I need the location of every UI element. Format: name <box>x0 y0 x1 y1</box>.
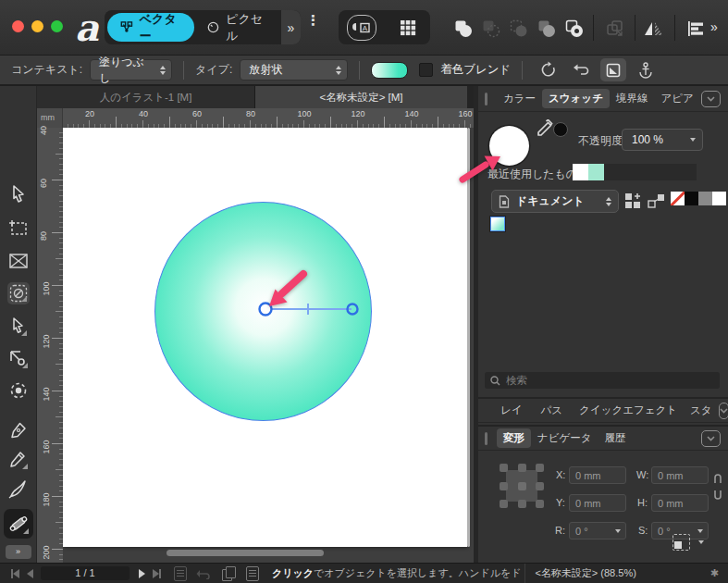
caret-down-icon[interactable] <box>615 529 621 533</box>
tools-expand-button[interactable]: » <box>6 545 31 559</box>
recent-swatch-mint[interactable] <box>588 164 604 180</box>
geometry-intersect-button[interactable] <box>505 17 533 41</box>
tab-stroke[interactable]: 境界線 <box>610 89 655 108</box>
tab-transform[interactable]: 変形 <box>497 428 531 448</box>
gradient-preview-swatch[interactable] <box>371 62 408 79</box>
w-field[interactable]: 0 mm <box>651 466 709 484</box>
document-tab-active[interactable]: <名称未設定> [M] <box>255 86 467 108</box>
alignment-button[interactable] <box>682 17 709 41</box>
persona-tab-pixel[interactable]: ピクセル <box>194 10 281 44</box>
tab-color[interactable]: カラー <box>497 89 542 108</box>
palette-dropdown[interactable]: ドキュメント <box>491 190 619 213</box>
toolbar-overflow-button[interactable]: » <box>710 19 718 34</box>
active-fill-swatch[interactable] <box>489 126 529 166</box>
transform-origin-button[interactable] <box>672 534 690 551</box>
gradient-type-dropdown[interactable]: 放射状 <box>240 59 348 81</box>
link-swatch-button[interactable] <box>647 192 667 210</box>
secondary-color-swatch[interactable] <box>553 122 568 137</box>
geometry-divide-button[interactable] <box>533 17 561 41</box>
panel-menu-button[interactable] <box>701 430 721 447</box>
corner-tool[interactable] <box>7 379 30 402</box>
tab-navigator[interactable]: ナビゲータ <box>531 428 598 448</box>
fit-to-object-button[interactable] <box>600 58 626 81</box>
minimize-button[interactable] <box>31 20 43 32</box>
geometry-combine-button[interactable] <box>561 17 588 41</box>
vector-crop-tool[interactable] <box>7 250 30 272</box>
previous-page-button[interactable] <box>27 569 33 578</box>
node-tool[interactable] <box>7 316 30 338</box>
document-info-icon[interactable] <box>246 566 259 581</box>
toolbar-menu-button[interactable]: ⋮ <box>306 16 319 40</box>
pencil-tool[interactable] <box>7 449 30 471</box>
anchor-point-selector[interactable] <box>500 464 544 508</box>
persona-tab-vector[interactable]: ベクター <box>107 13 194 42</box>
last-page-button[interactable] <box>153 569 161 578</box>
tab-history[interactable]: 履歴 <box>598 428 633 448</box>
document-gradient-swatch[interactable] <box>490 217 505 231</box>
tab-quick-fx[interactable]: クイックエフェクト <box>573 401 684 420</box>
horizontal-ruler[interactable]: 20406080100120140160 <box>63 108 474 128</box>
geometry-subtract-button[interactable] <box>477 17 505 41</box>
geometry-add-button[interactable] <box>450 17 477 41</box>
close-button[interactable] <box>12 20 24 32</box>
caret-down-icon[interactable] <box>697 529 703 533</box>
vertical-scrollbar[interactable] <box>467 128 470 547</box>
reverse-gradient-button[interactable] <box>567 58 595 82</box>
snapping-button[interactable]: A <box>347 15 376 41</box>
grid-options-button[interactable] <box>394 16 422 40</box>
y-field[interactable]: 0 mm <box>569 494 626 512</box>
transparency-tool[interactable] <box>7 282 30 304</box>
zoom-window-button[interactable] <box>51 20 63 32</box>
panel-menu-button[interactable] <box>719 403 728 419</box>
opacity-dropdown[interactable]: 100 % <box>622 129 703 151</box>
black-swatch[interactable] <box>685 192 698 205</box>
white-swatch[interactable] <box>712 192 726 205</box>
vector-brush-tool[interactable] <box>7 478 30 500</box>
first-page-button[interactable] <box>11 569 19 578</box>
add-swatch-button[interactable] <box>624 192 645 210</box>
artboard-tool[interactable] <box>7 217 30 239</box>
pages-icon[interactable] <box>174 566 187 581</box>
point-transform-tool[interactable] <box>7 348 30 370</box>
recent-swatch-white[interactable] <box>573 164 588 180</box>
move-tool[interactable] <box>7 183 30 205</box>
tab-appearance[interactable]: アピア <box>654 89 699 108</box>
panel-drag-handle[interactable] <box>485 93 487 105</box>
anchor-button[interactable] <box>632 58 660 82</box>
page-number-field[interactable]: 1 / 1 <box>41 566 130 580</box>
duplicate-button[interactable] <box>601 17 629 41</box>
status-star-icon[interactable]: ✱ <box>710 567 719 579</box>
copy-icon[interactable] <box>222 566 235 580</box>
tab-layers[interactable]: レイ <box>494 401 529 420</box>
persona-overflow-button[interactable]: » <box>281 10 301 44</box>
ruler-unit-corner[interactable]: mm <box>37 108 63 128</box>
vector-persona-icon <box>120 20 133 34</box>
link-dimensions-toggle[interactable] <box>712 470 723 509</box>
swatch-search-input[interactable]: 検索 <box>485 372 720 389</box>
tab-paths[interactable]: パス <box>535 401 570 420</box>
revert-icon[interactable] <box>196 568 211 579</box>
x-field[interactable]: 0 mm <box>569 466 626 484</box>
rotate-gradient-button[interactable] <box>534 58 561 82</box>
document-page[interactable] <box>63 128 467 547</box>
eyedropper-icon[interactable] <box>534 119 554 142</box>
gradient-handles-overlay[interactable] <box>63 128 467 547</box>
h-field[interactable]: 0 mm <box>651 494 709 512</box>
pen-tool[interactable] <box>7 419 30 441</box>
horizontal-scrollbar[interactable] <box>167 550 324 556</box>
tab-styles[interactable]: スタ <box>684 401 719 420</box>
panel-drag-handle[interactable] <box>485 432 487 445</box>
flip-horizontal-button[interactable] <box>640 17 668 41</box>
context-fill-dropdown[interactable]: 塗りつぶし <box>90 59 172 81</box>
gradient-start-handle[interactable] <box>260 304 272 316</box>
none-swatch[interactable] <box>671 192 685 205</box>
gray-swatch[interactable] <box>698 192 712 205</box>
tab-swatches[interactable]: スウォッチ <box>542 89 610 108</box>
fill-gradient-tool[interactable] <box>4 509 33 539</box>
vertical-ruler[interactable]: 406080100120140160180200 <box>37 128 63 563</box>
document-tab[interactable]: 人のイラスト-1 [M] <box>37 86 255 108</box>
tint-blend-checkbox[interactable] <box>419 63 433 77</box>
caret-down-icon[interactable] <box>698 540 704 544</box>
next-page-button[interactable] <box>139 569 145 578</box>
panel-menu-button[interactable] <box>701 91 721 107</box>
